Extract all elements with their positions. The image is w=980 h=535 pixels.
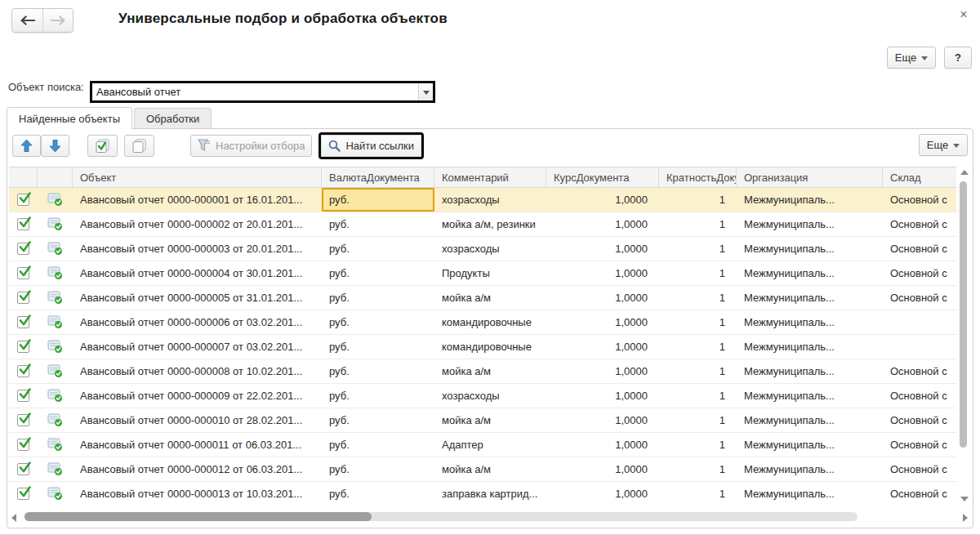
scroll-right-arrow-icon[interactable]	[963, 514, 968, 522]
search-object-value[interactable]: Авансовый отчет	[92, 83, 418, 100]
cell-currency[interactable]: руб.	[322, 212, 434, 236]
cell-object[interactable]: Авансовый отчет 0000-000004 от 30.01.201…	[73, 261, 322, 285]
cell-comment[interactable]: мойка а/м	[434, 359, 546, 383]
cell-rate[interactable]: 1,0000	[546, 286, 659, 310]
cell-comment[interactable]: мойка а/м	[434, 408, 546, 432]
cell-multiplicity[interactable]: 1	[659, 335, 737, 359]
cell-object[interactable]: Авансовый отчет 0000-000010 от 28.02.201…	[73, 408, 322, 432]
table-row[interactable]: Авансовый отчет 0000-000004 от 30.01.201…	[9, 261, 956, 286]
cell-warehouse[interactable]: Основной с	[883, 286, 956, 310]
row-checkbox[interactable]	[17, 341, 29, 353]
forward-button[interactable]	[42, 9, 73, 32]
col-comment-header[interactable]: Комментарий	[434, 167, 546, 187]
scroll-down-arrow-icon[interactable]	[960, 497, 969, 502]
horizontal-scrollbar-thumb[interactable]	[24, 512, 372, 521]
row-checkbox[interactable]	[17, 390, 29, 402]
row-checkbox[interactable]	[17, 439, 29, 451]
row-checkbox[interactable]	[17, 267, 29, 279]
table-row[interactable]: Авансовый отчет 0000-000009 от 22.02.201…	[9, 384, 956, 408]
cell-object[interactable]: Авансовый отчет 0000-000005 от 31.01.201…	[73, 286, 322, 310]
cell-multiplicity[interactable]: 1	[659, 188, 737, 212]
move-up-button[interactable]	[12, 135, 41, 157]
cell-currency[interactable]: руб.	[322, 310, 434, 334]
cell-object[interactable]: Авансовый отчет 0000-000002 от 20.01.201…	[73, 212, 322, 236]
cell-organization[interactable]: Межмуниципаль...	[737, 359, 883, 383]
table-row[interactable]: Авансовый отчет 0000-000001 от 16.01.201…	[9, 188, 956, 212]
cell-rate[interactable]: 1,0000	[546, 237, 659, 261]
cell-object[interactable]: Авансовый отчет 0000-000006 от 03.02.201…	[73, 310, 322, 334]
cell-organization[interactable]: Межмуниципаль...	[737, 457, 883, 481]
cell-organization[interactable]: Межмуниципаль...	[737, 188, 883, 212]
cell-organization[interactable]: Межмуниципаль...	[737, 212, 883, 236]
cell-organization[interactable]: Межмуниципаль...	[737, 310, 883, 334]
cell-rate[interactable]: 1,0000	[546, 359, 659, 383]
cell-warehouse[interactable]: Основной с	[883, 261, 956, 285]
cell-rate[interactable]: 1,0000	[546, 188, 659, 212]
cell-warehouse[interactable]: Основной с	[883, 482, 956, 505]
table-row[interactable]: Авансовый отчет 0000-000012 от 06.03.201…	[9, 457, 956, 482]
cell-comment[interactable]: заправка картрид...	[434, 482, 546, 505]
cell-rate[interactable]: 1,0000	[546, 335, 659, 359]
move-down-button[interactable]	[41, 135, 69, 157]
table-row[interactable]: Авансовый отчет 0000-000013 от 10.03.201…	[9, 482, 956, 505]
cell-object[interactable]: Авансовый отчет 0000-000012 от 06.03.201…	[73, 457, 322, 481]
row-checkbox[interactable]	[17, 488, 29, 500]
cell-multiplicity[interactable]: 1	[659, 482, 737, 505]
back-button[interactable]	[12, 9, 42, 32]
cell-comment[interactable]: командировочные	[434, 310, 546, 334]
cell-currency[interactable]: руб.	[322, 261, 434, 285]
cell-organization[interactable]: Межмуниципаль...	[737, 335, 883, 359]
scroll-left-arrow-icon[interactable]	[11, 514, 16, 522]
cell-organization[interactable]: Межмуниципаль...	[737, 384, 883, 408]
row-checkbox[interactable]	[17, 194, 29, 206]
cell-comment[interactable]: мойка а/м	[434, 286, 546, 310]
cell-multiplicity[interactable]: 1	[659, 237, 737, 261]
cell-warehouse[interactable]: Основной с	[883, 359, 956, 383]
table-row[interactable]: Авансовый отчет 0000-000010 от 28.02.201…	[9, 408, 956, 433]
col-organization-header[interactable]: Организация	[737, 167, 883, 187]
cell-multiplicity[interactable]: 1	[659, 212, 737, 236]
col-object-header[interactable]: Объект	[73, 167, 322, 187]
cell-currency[interactable]: руб.	[322, 359, 434, 383]
scroll-up-arrow-icon[interactable]	[960, 170, 969, 175]
table-row[interactable]: Авансовый отчет 0000-000002 от 20.01.201…	[9, 212, 956, 237]
cell-multiplicity[interactable]: 1	[659, 384, 737, 408]
cell-rate[interactable]: 1,0000	[546, 408, 659, 432]
more-button-toolbar[interactable]: Еще	[919, 134, 968, 156]
search-object-combobox[interactable]: Авансовый отчет	[90, 81, 435, 103]
cell-organization[interactable]: Межмуниципаль...	[737, 286, 883, 310]
cell-warehouse[interactable]: Основной с	[883, 457, 956, 481]
cell-rate[interactable]: 1,0000	[546, 482, 659, 505]
cell-rate[interactable]: 1,0000	[546, 310, 659, 334]
cell-rate[interactable]: 1,0000	[546, 212, 659, 236]
cell-multiplicity[interactable]: 1	[659, 433, 737, 457]
cell-warehouse[interactable]: Основной с	[883, 237, 956, 261]
table-row[interactable]: Авансовый отчет 0000-000007 от 03.02.201…	[9, 335, 956, 359]
cell-rate[interactable]: 1,0000	[546, 384, 659, 408]
cell-organization[interactable]: Межмуниципаль...	[737, 408, 883, 432]
cell-warehouse[interactable]: Основной с	[883, 212, 956, 236]
cell-comment[interactable]: хозрасходы	[434, 384, 546, 408]
cell-currency[interactable]: руб.	[322, 482, 434, 505]
cell-comment[interactable]: мойка а/м, резинки	[434, 212, 546, 236]
check-all-button[interactable]	[87, 135, 118, 157]
table-row[interactable]: Авансовый отчет 0000-000005 от 31.01.201…	[9, 286, 956, 310]
table-row[interactable]: Авансовый отчет 0000-000011 от 06.03.201…	[9, 433, 956, 457]
cell-object[interactable]: Авансовый отчет 0000-000011 от 06.03.201…	[73, 433, 322, 457]
cell-rate[interactable]: 1,0000	[546, 261, 659, 285]
row-checkbox[interactable]	[17, 463, 29, 475]
filter-settings-button[interactable]: Настройки отбора	[190, 135, 312, 157]
cell-currency[interactable]: руб.	[322, 286, 434, 310]
cell-currency[interactable]: руб.	[322, 433, 434, 457]
cell-organization[interactable]: Межмуниципаль...	[737, 482, 883, 505]
row-checkbox[interactable]	[17, 414, 29, 426]
col-warehouse-header[interactable]: Склад	[883, 167, 956, 187]
cell-warehouse[interactable]: Основной с	[883, 384, 956, 408]
cell-multiplicity[interactable]: 1	[659, 286, 737, 310]
cell-currency[interactable]: руб.	[322, 335, 434, 359]
cell-currency[interactable]: руб.	[322, 237, 434, 261]
close-icon[interactable]: ×	[956, 7, 972, 23]
cell-object[interactable]: Авансовый отчет 0000-000007 от 03.02.201…	[73, 335, 322, 359]
cell-rate[interactable]: 1,0000	[546, 433, 659, 457]
cell-comment[interactable]: Адаптер	[434, 433, 546, 457]
